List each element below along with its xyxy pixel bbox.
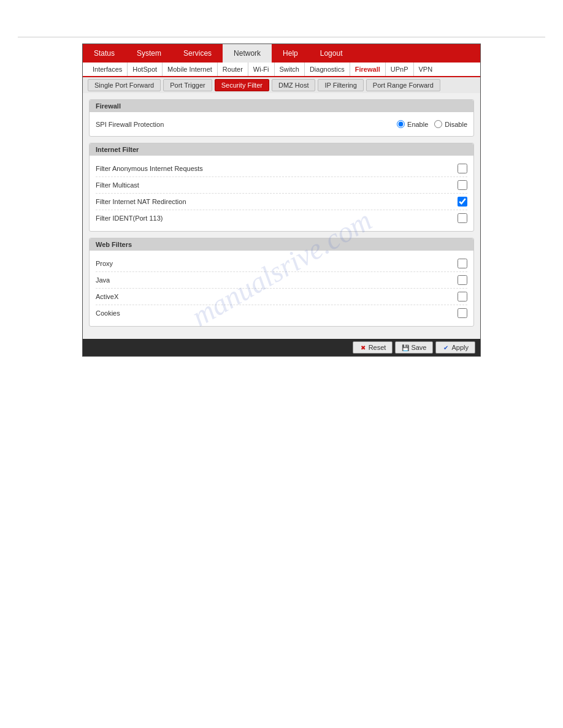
secondary-nav-item-upnp[interactable]: UPnP xyxy=(386,63,414,76)
activex-control xyxy=(458,292,467,301)
secondary-nav: InterfacesHotSpotMobile InternetRouterWi… xyxy=(83,63,480,77)
java-checkbox[interactable] xyxy=(458,275,467,285)
primary-nav-item-help[interactable]: Help xyxy=(272,44,309,63)
primary-nav-item-services[interactable]: Services xyxy=(172,44,223,63)
enable-radio[interactable] xyxy=(397,120,405,128)
filter-anon-checkbox[interactable] xyxy=(458,164,467,173)
disable-radio-label[interactable]: Disable xyxy=(434,120,467,128)
apply-icon: ✔ xyxy=(442,344,450,351)
top-rule xyxy=(18,37,545,37)
filter-multicast-row: Filter Multicast xyxy=(96,177,467,194)
activex-checkbox[interactable] xyxy=(458,292,467,301)
java-row: Java xyxy=(96,272,467,289)
secondary-nav-item-router[interactable]: Router xyxy=(218,63,248,76)
filter-multicast-label: Filter Multicast xyxy=(96,181,458,189)
internet-filter-body: Filter Anonymous Internet Requests Filte… xyxy=(90,156,473,231)
tertiary-nav-item-port-trigger[interactable]: Port Trigger xyxy=(163,79,212,91)
primary-nav-item-network[interactable]: Network xyxy=(223,44,272,63)
firewall-section-header: Firewall xyxy=(90,100,473,112)
reset-label: Reset xyxy=(369,344,386,351)
enable-radio-label[interactable]: Enable xyxy=(397,120,428,128)
java-control xyxy=(458,275,467,285)
filter-ident-checkbox[interactable] xyxy=(458,213,467,223)
filter-anon-row: Filter Anonymous Internet Requests xyxy=(96,161,467,177)
cookies-row: Cookies xyxy=(96,305,467,321)
apply-button[interactable]: ✔ Apply xyxy=(435,341,475,354)
cookies-control xyxy=(458,308,467,318)
proxy-control xyxy=(458,259,467,268)
spi-firewall-label: SPI Firewall Protection xyxy=(96,121,397,128)
filter-multicast-checkbox[interactable] xyxy=(458,180,467,190)
save-icon: 💾 xyxy=(402,344,409,351)
tertiary-nav-item-security-filter[interactable]: Security Filter xyxy=(215,79,269,91)
proxy-row: Proxy xyxy=(96,256,467,272)
filter-ident-label: Filter IDENT(Port 113) xyxy=(96,214,458,222)
cookies-label: Cookies xyxy=(96,309,458,317)
tertiary-nav: Single Port ForwardPort TriggerSecurity … xyxy=(83,77,480,93)
spi-firewall-row: SPI Firewall Protection Enable Disable xyxy=(96,117,467,131)
primary-nav-item-status[interactable]: Status xyxy=(83,44,126,63)
page-wrapper: StatusSystemServicesNetworkHelpLogout In… xyxy=(0,37,563,728)
enable-radio-text: Enable xyxy=(407,121,428,128)
secondary-nav-item-mobile-internet[interactable]: Mobile Internet xyxy=(163,63,218,76)
proxy-label: Proxy xyxy=(96,260,458,267)
filter-multicast-control xyxy=(458,180,467,190)
primary-nav: StatusSystemServicesNetworkHelpLogout xyxy=(83,44,480,63)
secondary-nav-item-vpn[interactable]: VPN xyxy=(414,63,438,76)
activex-row: ActiveX xyxy=(96,289,467,305)
activex-label: ActiveX xyxy=(96,293,458,300)
reset-icon: ✖ xyxy=(359,344,367,351)
filter-nat-checkbox[interactable] xyxy=(458,197,467,207)
reset-button[interactable]: ✖ Reset xyxy=(353,341,393,354)
firewall-section-title: Firewall xyxy=(96,102,121,110)
secondary-nav-item-interfaces[interactable]: Interfaces xyxy=(88,63,128,76)
disable-radio-text: Disable xyxy=(445,121,467,128)
primary-nav-item-system[interactable]: System xyxy=(126,44,172,63)
cookies-checkbox[interactable] xyxy=(458,308,467,318)
internet-filter-section: Internet Filter Filter Anonymous Interne… xyxy=(89,143,474,232)
web-filters-section: Web Filters Proxy Java xyxy=(89,238,474,327)
spi-firewall-control: Enable Disable xyxy=(397,120,467,128)
primary-nav-item-logout[interactable]: Logout xyxy=(309,44,354,63)
filter-anon-label: Filter Anonymous Internet Requests xyxy=(96,165,458,172)
firewall-section: Firewall SPI Firewall Protection Enable xyxy=(89,99,474,137)
web-filters-body: Proxy Java ActiveX xyxy=(90,251,473,326)
filter-nat-control xyxy=(458,197,467,207)
proxy-checkbox[interactable] xyxy=(458,259,467,268)
tertiary-nav-item-single-port-forward[interactable]: Single Port Forward xyxy=(88,79,161,91)
filter-nat-row: Filter Internet NAT Redirection xyxy=(96,194,467,210)
tertiary-nav-item-port-range-forward[interactable]: Port Range Forward xyxy=(366,79,440,91)
web-filters-title: Web Filters xyxy=(96,241,132,248)
filter-anon-control xyxy=(458,164,467,173)
secondary-nav-item-diagnostics[interactable]: Diagnostics xyxy=(305,63,350,76)
filter-nat-label: Filter Internet NAT Redirection xyxy=(96,198,458,205)
apply-label: Apply xyxy=(451,344,469,351)
content-area: Firewall SPI Firewall Protection Enable xyxy=(83,93,480,339)
tertiary-nav-item-ip-filtering[interactable]: IP Filtering xyxy=(318,79,363,91)
internet-filter-title: Internet Filter xyxy=(96,146,139,153)
secondary-nav-item-switch[interactable]: Switch xyxy=(275,63,305,76)
filter-ident-row: Filter IDENT(Port 113) xyxy=(96,210,467,226)
secondary-nav-item-hotspot[interactable]: HotSpot xyxy=(128,63,163,76)
router-ui: StatusSystemServicesNetworkHelpLogout In… xyxy=(82,44,481,357)
disable-radio[interactable] xyxy=(434,120,442,128)
save-button[interactable]: 💾 Save xyxy=(395,341,433,354)
secondary-nav-item-firewall[interactable]: Firewall xyxy=(350,63,386,76)
action-bar: ✖ Reset 💾 Save ✔ Apply xyxy=(83,339,480,356)
secondary-nav-item-wi-fi[interactable]: Wi-Fi xyxy=(248,63,275,76)
web-filters-header: Web Filters xyxy=(90,238,473,251)
tertiary-nav-item-dmz-host[interactable]: DMZ Host xyxy=(272,79,316,91)
filter-ident-control xyxy=(458,213,467,223)
firewall-section-body: SPI Firewall Protection Enable Disable xyxy=(90,112,473,136)
save-label: Save xyxy=(411,344,426,351)
internet-filter-header: Internet Filter xyxy=(90,143,473,156)
java-label: Java xyxy=(96,276,458,284)
